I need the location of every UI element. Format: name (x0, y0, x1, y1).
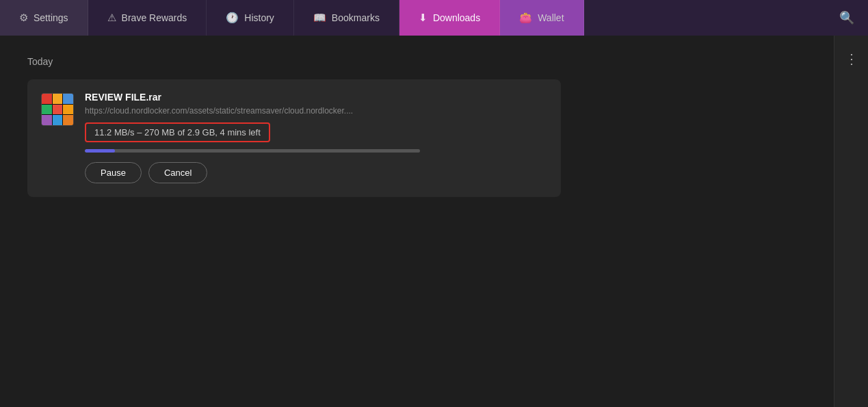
download-actions: Pause Cancel (85, 162, 547, 183)
file-url: https://cloud.nordlocker.com/assets/stat… (85, 106, 495, 116)
file-thumbnail (41, 93, 74, 126)
more-options-button[interactable]: ⋮ (841, 47, 863, 71)
nav-label-downloads: Downloads (433, 12, 480, 23)
section-label: Today (27, 56, 806, 67)
history-icon: 🕐 (226, 12, 239, 24)
status-text: 11.2 MB/s – 270 MB of 2.9 GB, 4 mins lef… (94, 127, 261, 137)
nav-label-wallet: Wallet (538, 12, 564, 23)
nav-item-wallet[interactable]: 👛 Wallet (500, 0, 583, 36)
search-icon: 🔍 (839, 10, 854, 25)
download-status: 11.2 MB/s – 270 MB of 2.9 GB, 4 mins lef… (85, 122, 270, 142)
nav-label-history: History (244, 12, 274, 23)
nav-item-downloads[interactable]: ⬇ Downloads (399, 0, 500, 36)
content-area: Today REVIEW FILE.rar https://cloud.nord… (0, 36, 834, 407)
progress-bar-track (85, 149, 420, 153)
nav-item-brave-rewards[interactable]: ⚠ Brave Rewards (88, 0, 207, 36)
pause-button[interactable]: Pause (85, 162, 142, 183)
brave-rewards-icon: ⚠ (107, 12, 116, 24)
nav-item-history[interactable]: 🕐 History (207, 0, 294, 36)
nav-item-settings[interactable]: ⚙ Settings (0, 0, 88, 36)
file-name: REVIEW FILE.rar (85, 92, 547, 103)
nav-bar: ⚙ Settings ⚠ Brave Rewards 🕐 History 📖 B… (0, 0, 868, 36)
bookmarks-icon: 📖 (313, 12, 326, 24)
cancel-button[interactable]: Cancel (148, 162, 207, 183)
rubiks-cube-icon (41, 93, 74, 126)
download-card: REVIEW FILE.rar https://cloud.nordlocker… (27, 79, 561, 197)
wallet-icon: 👛 (519, 12, 532, 24)
nav-label-settings: Settings (34, 12, 68, 23)
download-info: REVIEW FILE.rar https://cloud.nordlocker… (85, 92, 547, 183)
nav-label-brave-rewards: Brave Rewards (122, 12, 187, 23)
right-panel: ⋮ (834, 36, 868, 407)
main-content: Today REVIEW FILE.rar https://cloud.nord… (0, 36, 868, 407)
downloads-icon: ⬇ (419, 12, 428, 24)
progress-bar-fill (85, 149, 115, 153)
nav-label-bookmarks: Bookmarks (332, 12, 380, 23)
nav-item-bookmarks[interactable]: 📖 Bookmarks (294, 0, 399, 36)
search-button[interactable]: 🔍 (826, 0, 868, 36)
nav-spacer (584, 0, 826, 36)
settings-icon: ⚙ (19, 12, 28, 24)
